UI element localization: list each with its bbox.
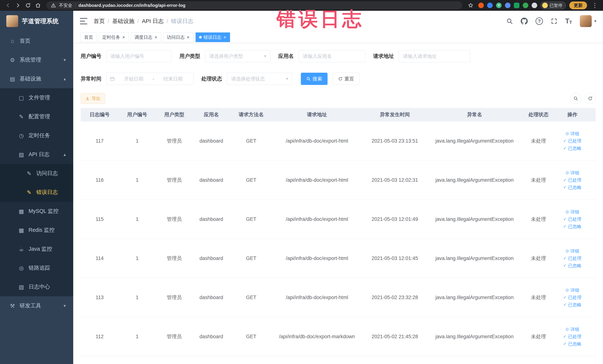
sidebar-item-label: 日志中心 [29, 283, 50, 291]
search-icon[interactable] [506, 18, 513, 24]
sidebar-item-mysql-monitor[interactable]: ▦MySQL 监控 [0, 202, 73, 221]
action-ignored-link[interactable]: ✓已忽略 [563, 302, 581, 308]
chevron-up-icon: ▴ [64, 76, 66, 82]
user-id-input[interactable] [106, 50, 172, 62]
action-detail-link[interactable]: ⊙详细 [565, 131, 579, 137]
request-url-input[interactable] [399, 50, 470, 62]
tab-home[interactable]: 首页 [81, 33, 97, 42]
bookmark-star-icon[interactable] [466, 1, 475, 10]
action-ignored-link[interactable]: ✓已忽略 [563, 145, 581, 151]
hamburger-icon[interactable] [80, 18, 87, 24]
action-ignored-link[interactable]: ✓已忽略 [563, 263, 581, 269]
extension-icon-blue[interactable] [487, 3, 493, 8]
action-processed-link[interactable]: ✓已处理 [563, 334, 581, 339]
extension-icon-leaf[interactable] [523, 3, 528, 8]
extension-icon-vue[interactable]: V [496, 3, 502, 8]
action-ignored-link[interactable]: ✓已忽略 [563, 341, 581, 347]
action-detail-link[interactable]: ⊙详细 [565, 326, 579, 332]
sidebar-logo-row[interactable]: 芋道管理系统 [0, 11, 73, 32]
breadcrumb-item-api-log[interactable]: API 日志 [142, 17, 164, 25]
sidebar-item-home[interactable]: ⌂首页 [0, 32, 73, 50]
actions-cell: ⊙详细✓已处理✓已忽略 [556, 200, 589, 239]
action-detail-link[interactable]: ⊙详细 [565, 170, 579, 176]
cell: /api/infra/db-doc/export-html [272, 239, 361, 278]
sidebar-item-log-center[interactable]: ▧日志中心 [0, 277, 73, 296]
action-detail-link[interactable]: ⊙详细 [565, 248, 579, 254]
sidebar-item-api-log[interactable]: ▨API 日志▴ [0, 145, 73, 164]
action-ignored-link[interactable]: ✓已忽略 [563, 185, 581, 190]
sidebar-item-java-monitor[interactable]: ☕Java 监控 [0, 240, 73, 258]
end-date-input[interactable] [156, 76, 190, 82]
cell: GET [230, 161, 272, 200]
close-icon[interactable]: × [154, 35, 158, 40]
sidebar-item-label: MySQL 监控 [29, 208, 58, 215]
sidebar-item-config-manage[interactable]: ✎配置管理 [0, 107, 73, 126]
tab-label: 访问日志 [167, 34, 185, 40]
action-processed-link[interactable]: ✓已处理 [563, 255, 581, 261]
export-button[interactable]: 导出 [81, 93, 105, 104]
paused-tab-group-chip[interactable]: 已暂停 [541, 1, 566, 9]
tab-label: 定时任务 [102, 34, 120, 40]
tab-api-access-log[interactable]: 访问日志× [163, 33, 193, 42]
extension-icon-grid[interactable] [505, 3, 510, 8]
tab-scheduled-jobs[interactable]: 定时任务× [99, 33, 129, 42]
action-detail-link[interactable]: ⊙详细 [565, 209, 579, 215]
sidebar-item-system[interactable]: ⚙系统管理▾ [0, 50, 73, 69]
sidebar-item-label: 配置管理 [29, 113, 50, 120]
back-icon[interactable] [4, 1, 12, 10]
start-date-input[interactable] [117, 76, 151, 82]
breadcrumb-item-home[interactable]: 首页 [94, 17, 105, 25]
action-label: 已忽略 [568, 341, 581, 347]
sidebar-item-dev-tools[interactable]: ⚒研发工具▾ [0, 296, 73, 315]
tab-api-error-log[interactable]: 错误日志× [196, 33, 230, 42]
action-processed-link[interactable]: ✓已处理 [563, 177, 581, 183]
action-processed-link[interactable]: ✓已处理 [563, 138, 581, 144]
extension-icon-on-badge[interactable] [514, 3, 519, 8]
home-button-icon[interactable] [34, 1, 42, 10]
refresh-button[interactable] [585, 93, 596, 104]
fullscreen-icon[interactable] [551, 18, 557, 24]
browser-menu-icon[interactable]: ⋮ [590, 2, 599, 9]
column-header: 用户类型 [156, 108, 193, 121]
browser-update-button[interactable]: 更新 [569, 1, 587, 9]
date-range-picker[interactable]: - [106, 73, 194, 85]
close-icon[interactable]: × [223, 35, 227, 40]
address-bar[interactable]: 不安全 dashboard.yudao.iocoder.cn/infra/log… [46, 1, 462, 10]
action-processed-link[interactable]: ✓已处理 [563, 216, 581, 222]
sidebar-item-file-manage[interactable]: ▢文件管理 [0, 88, 73, 107]
breadcrumb-item-infrastructure[interactable]: 基础设施 [112, 17, 134, 25]
forward-icon[interactable] [14, 1, 22, 10]
action-ignored-link[interactable]: ✓已忽略 [563, 224, 581, 229]
font-size-icon[interactable]: TT [565, 17, 572, 25]
table-row: 1141管理员dashboardGET/api/infra/db-doc/exp… [81, 239, 596, 278]
sidebar-item-api-error-log[interactable]: ✎错误日志 [0, 183, 73, 202]
sidebar-item-infrastructure[interactable]: ▤基础设施▴ [0, 69, 73, 88]
reload-icon[interactable] [24, 1, 32, 10]
extension-icon-paw[interactable] [532, 3, 537, 8]
user-avatar-menu[interactable]: ▾ [580, 15, 596, 27]
sidebar-item-scheduled-jobs[interactable]: ◷定时任务 [0, 126, 73, 145]
reset-button[interactable]: 重置 [333, 73, 359, 85]
help-icon[interactable]: ? [535, 17, 543, 25]
close-icon[interactable]: × [186, 35, 190, 40]
action-processed-link[interactable]: ✓已处理 [563, 294, 581, 300]
extension-icon-red[interactable] [478, 3, 484, 8]
file-icon: ▢ [17, 94, 26, 101]
github-icon[interactable] [521, 18, 528, 25]
tab-schedule-log[interactable]: 调度日志× [131, 33, 161, 42]
check-icon: ✓ [563, 334, 567, 339]
cell: 未处理 [521, 317, 556, 356]
action-detail-link[interactable]: ⊙详细 [565, 287, 579, 293]
search-button[interactable]: 搜索 [301, 73, 327, 85]
app-name-input[interactable] [299, 50, 365, 62]
process-status-select[interactable]: 请选择处理状态 ▾ [227, 73, 292, 85]
sidebar-item-link-trace[interactable]: ◎链路追踪 [0, 258, 73, 277]
sidebar-item-api-access-log[interactable]: ✎访问日志 [0, 164, 73, 183]
action-label: 已处理 [568, 255, 581, 261]
app-title: 芋道管理系统 [22, 17, 58, 25]
eye-icon: ⊙ [565, 131, 569, 137]
search-toggle-button[interactable] [570, 93, 581, 104]
sidebar-item-redis-monitor[interactable]: ▩Redis 监控 [0, 221, 73, 240]
user-type-select[interactable]: 请选择用户类型 ▾ [205, 50, 270, 62]
close-icon[interactable]: × [122, 35, 125, 40]
